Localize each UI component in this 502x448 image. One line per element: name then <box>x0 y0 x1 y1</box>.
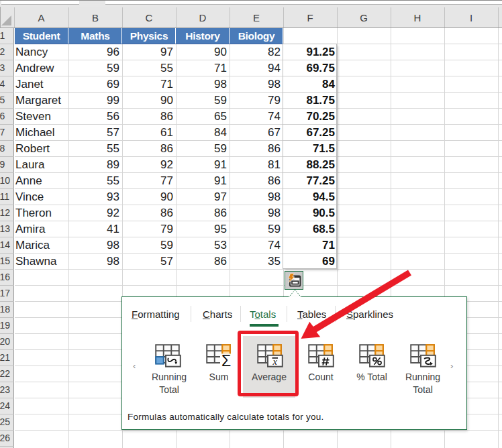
svg-text:Σ: Σ <box>221 352 231 368</box>
